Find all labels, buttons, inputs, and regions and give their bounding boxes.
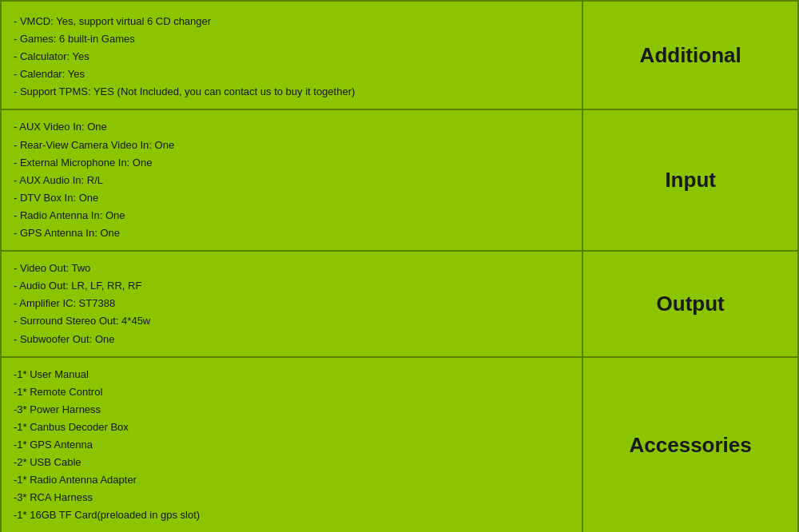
spec-item: - GPS Antenna In: One xyxy=(14,224,570,242)
row-output: - Video Out: Two- Audio Out: LR, LF, RR,… xyxy=(1,251,798,356)
row-additional: - VMCD: Yes, support virtual 6 CD change… xyxy=(1,1,798,109)
spec-item: -1* Radio Antenna Adapter xyxy=(14,471,570,489)
row-accessories: -1* User Manual-1* Remote Control-3* Pow… xyxy=(1,357,798,532)
spec-item: -1* Canbus Decoder Box xyxy=(14,419,570,436)
spec-item: - Video Out: Two xyxy=(14,260,570,277)
spec-item: - Surround Stereo Out: 4*45w xyxy=(14,312,570,330)
spec-item: -1* GPS Antenna xyxy=(14,436,570,454)
spec-item: -3* RCA Harness xyxy=(14,489,570,506)
spec-item: - Calendar: Yes xyxy=(14,66,570,83)
cell-output-label: Output xyxy=(582,251,798,356)
spec-item: - AUX Video In: One xyxy=(14,118,570,136)
spec-item: - Audio Out: LR, LF, RR, RF xyxy=(14,277,570,295)
cell-accessories-content: -1* User Manual-1* Remote Control-3* Pow… xyxy=(1,357,582,532)
spec-item: -1* 16GB TF Card(preloaded in gps slot) xyxy=(14,506,570,524)
spec-item: -2* USB Cable xyxy=(14,454,570,471)
spec-item: - Amplifier IC: ST7388 xyxy=(14,295,570,312)
cell-output-content: - Video Out: Two- Audio Out: LR, LF, RR,… xyxy=(1,251,582,356)
spec-item: - Support TPMS: YES (Not Included, you c… xyxy=(14,83,570,101)
spec-item: - Games: 6 built-in Games xyxy=(14,30,570,48)
spec-item: -3* Power Harness xyxy=(14,401,570,419)
spec-item: - Calculator: Yes xyxy=(14,48,570,66)
cell-input-label: Input xyxy=(582,109,798,251)
specs-table: - VMCD: Yes, support virtual 6 CD change… xyxy=(0,0,799,532)
cell-input-content: - AUX Video In: One- Rear-View Camera Vi… xyxy=(1,109,582,251)
row-input: - AUX Video In: One- Rear-View Camera Vi… xyxy=(1,109,798,251)
cell-accessories-label: Accessories xyxy=(582,357,798,532)
cell-additional-label: Additional xyxy=(582,1,798,109)
spec-item: - Subwoofer Out: One xyxy=(14,331,570,348)
cell-additional-content: - VMCD: Yes, support virtual 6 CD change… xyxy=(1,1,582,109)
spec-item: - VMCD: Yes, support virtual 6 CD change… xyxy=(14,13,570,30)
spec-item: - Rear-View Camera Video In: One xyxy=(14,137,570,154)
spec-item: - External Microphone In: One xyxy=(14,154,570,172)
spec-item: - AUX Audio In: R/L xyxy=(14,172,570,189)
spec-item: -1* Remote Control xyxy=(14,383,570,401)
spec-item: - DTV Box In: One xyxy=(14,189,570,207)
spec-item: -1* User Manual xyxy=(14,366,570,383)
spec-item: - Radio Antenna In: One xyxy=(14,207,570,224)
